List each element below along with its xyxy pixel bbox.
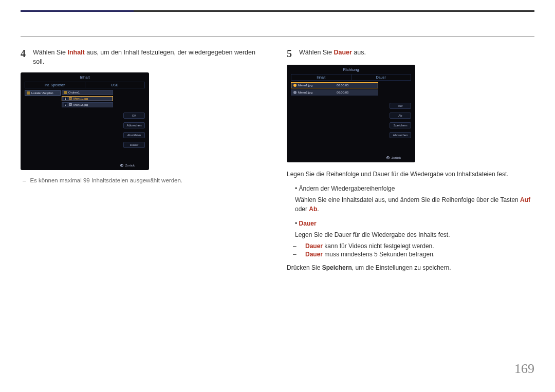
tab-inhalt[interactable]: Inhalt (291, 74, 351, 80)
list-item[interactable]: Lokaler Zeitplan (25, 90, 61, 96)
text: , um die Einstellungen zu speichern. (352, 264, 451, 271)
folder-icon (64, 91, 67, 94)
tab-int-speicher[interactable]: Int. Speicher (25, 82, 85, 88)
page-number: 169 (514, 361, 534, 377)
tab-dauer[interactable]: Dauer (351, 74, 411, 80)
return-label: Zurück (392, 156, 401, 159)
paragraph: Wählen Sie eine Inhaltsdatei aus, und än… (295, 195, 534, 214)
keyword: Inhalt (67, 49, 84, 56)
dot-icon (293, 91, 297, 94)
list-item[interactable]: Ordner1 (62, 90, 113, 95)
screen-title: Richtung (287, 65, 415, 72)
step-number: 4 (21, 48, 26, 59)
cell-name: Menu2.jpg (298, 91, 312, 94)
bullet: Dauer (295, 219, 534, 228)
text: Wählen Sie (299, 49, 334, 56)
text: Drücken Sie (287, 264, 322, 271)
paragraph: Legen Sie die Reihenfolge und Dauer für … (287, 170, 534, 179)
list-item[interactable]: 2🖼Menu2.jpg (62, 102, 113, 107)
screen-title: Inhalt (21, 72, 149, 80)
text: Wählen Sie eine Inhaltsdatei aus, und än… (295, 196, 520, 203)
cancel-button[interactable]: Abbrechen (123, 122, 145, 128)
keyword: Dauer (305, 251, 323, 258)
save-button[interactable]: Speichern (390, 122, 411, 128)
paragraph: Legen Sie die Dauer für die Wiedergabe d… (295, 230, 534, 239)
step-text: Wählen Sie Inhalt aus, um den Inhalt fes… (33, 48, 268, 66)
index-badge: 1 (64, 97, 67, 100)
keyword: Dauer (334, 49, 351, 56)
text: aus. (352, 49, 366, 56)
item-label: Menu2.jpg (73, 103, 88, 106)
item-label: Lokaler Zeitplan (31, 91, 53, 95)
dauer-button[interactable]: Dauer (123, 142, 145, 148)
screenshot-inhalt: Inhalt Int. Speicher USB Lokaler Zeitpla… (21, 72, 149, 170)
return-icon (120, 164, 123, 167)
dash: – (23, 177, 26, 183)
sub-bullet: Dauer kann für Videos nicht festgelegt w… (305, 242, 534, 250)
keyword: Speichern (322, 264, 352, 271)
return-label: Zurück (125, 164, 135, 167)
cell-dur: 00:00:05 (335, 83, 378, 88)
index-badge: 2 (64, 103, 67, 106)
bullet: Ändern der Wiedergabereihenfolge (295, 184, 534, 193)
text: Wählen Sie (33, 49, 67, 56)
item-label: Ordner1 (68, 91, 80, 94)
dot-icon (293, 84, 297, 87)
keyword: Auf (520, 196, 530, 203)
cell-name: Menu1.jpg (298, 84, 312, 87)
step-text: Wählen Sie Dauer aus. (299, 48, 366, 58)
item-label: Menu1.jpg (73, 97, 88, 100)
footnote-text: Es können maximal 99 Inhaltsdateien ausg… (30, 177, 182, 183)
return-hint: Zurück (120, 164, 135, 167)
text: oder (295, 206, 309, 213)
down-button[interactable]: Ab (390, 113, 411, 119)
paragraph: Drücken Sie Speichern, um die Einstellun… (287, 263, 534, 272)
table-row[interactable]: Menu1.jpg 00:00:05 (291, 82, 378, 88)
tab-usb[interactable]: USB (85, 82, 145, 88)
cell-dur: 00:00:05 (335, 90, 378, 95)
left-column: 4 Wählen Sie Inhalt aus, um den Inhalt f… (21, 48, 268, 277)
bullet-title: Ändern der Wiedergabereihenfolge (299, 185, 395, 192)
deselect-button[interactable]: Abwählen (123, 132, 145, 138)
folder-icon (27, 91, 30, 95)
text: kann für Videos nicht festgelegt werden. (323, 242, 434, 250)
step-number: 5 (287, 48, 292, 59)
bullet-title: Dauer (299, 220, 317, 227)
return-icon (386, 156, 390, 159)
cancel-button[interactable]: Abbrechen (390, 132, 411, 138)
divider (21, 36, 534, 37)
footnote: – Es können maximal 99 Inhaltsdateien au… (23, 177, 268, 183)
up-button[interactable]: Auf (390, 103, 411, 109)
return-hint: Zurück (386, 156, 401, 159)
text: . (317, 206, 319, 213)
sub-bullet: Dauer muss mindestens 5 Sekunden betrage… (305, 251, 534, 258)
keyword: Dauer (305, 242, 323, 250)
keyword: Ab (309, 206, 317, 213)
screenshot-richtung: Richtung Inhalt Dauer Menu1.jpg 00:00:05… (287, 65, 415, 162)
list-item[interactable]: 1🖼Menu1.jpg (62, 96, 113, 101)
table-row[interactable]: Menu2.jpg 00:00:05 (291, 89, 378, 96)
text: muss mindestens 5 Sekunden betragen. (323, 251, 435, 258)
right-column: 5 Wählen Sie Dauer aus. Richtung Inhalt … (287, 48, 534, 277)
ok-button[interactable]: OK (123, 113, 145, 119)
